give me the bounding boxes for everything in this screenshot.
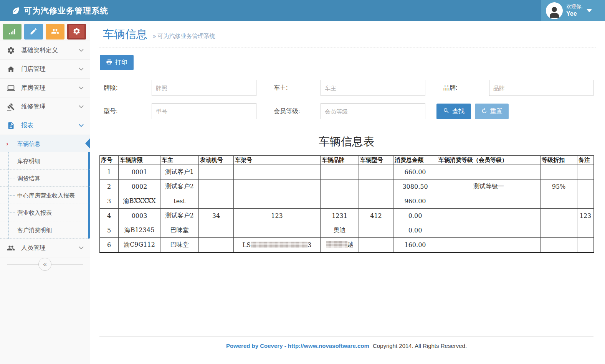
- submenu-item-customer-consumption[interactable]: 客户消费明细: [0, 221, 90, 239]
- table-cell: 测试客户2: [160, 209, 199, 223]
- table-cell: [359, 194, 393, 209]
- table-cell: 660.00: [393, 165, 437, 180]
- sidebar-collapse-row: «: [0, 257, 90, 271]
- print-button[interactable]: 打印: [100, 55, 134, 70]
- table-header-cell: 车辆消费等级（会员等级）: [437, 156, 541, 165]
- member-level-input[interactable]: [321, 103, 425, 119]
- table-cell: 412: [359, 209, 393, 223]
- table-cell: [577, 238, 594, 252]
- table-header-row: 序号车辆牌照车主发动机号车架号车辆品牌车辆型号消费总金额车辆消费等级（会员等级）…: [100, 156, 594, 165]
- brand-input[interactable]: [489, 80, 593, 96]
- submenu-item-vehicle-info[interactable]: › 车辆信息: [0, 135, 90, 152]
- printer-icon: [106, 59, 112, 67]
- chevron-down-icon: [79, 246, 84, 249]
- table-cell: [199, 180, 234, 194]
- table-header-cell: 车主: [160, 156, 199, 165]
- table-cell: 巴味堂: [160, 238, 199, 252]
- table-cell: [577, 165, 594, 180]
- leaf-logo-icon: [11, 6, 21, 16]
- welcome-block: 欢迎你, Yee: [566, 3, 583, 17]
- submenu-item-transfer-settlement[interactable]: 调货结算: [0, 170, 90, 187]
- table-cell: 4: [100, 209, 119, 223]
- model-input[interactable]: [152, 103, 256, 119]
- owner-label: 车主:: [274, 80, 288, 96]
- table-cell: 测试等级一: [437, 180, 541, 194]
- table-row: 5海B12345巴味堂奥迪0.00: [100, 223, 594, 238]
- shortcut-settings-button[interactable]: [67, 24, 86, 40]
- search-button[interactable]: 查找: [436, 104, 471, 119]
- table-cell: [359, 180, 393, 194]
- menu-label: 维修管理: [21, 103, 79, 111]
- table-cell: 0001: [119, 165, 160, 180]
- table-row: 3渝BXXXXXtest960.00: [100, 194, 594, 209]
- chevron-down-icon: [79, 86, 84, 89]
- table-cell: [359, 238, 393, 252]
- active-flag-icon: [85, 138, 90, 148]
- vehicle-table: 序号车辆牌照车主发动机号车架号车辆品牌车辆型号消费总金额车辆消费等级（会员等级）…: [99, 155, 594, 253]
- table-cell: [321, 180, 359, 194]
- table-cell: [577, 223, 594, 238]
- table-cell: [577, 194, 594, 209]
- breadcrumb: » 可为汽修业务管理系统: [153, 33, 215, 40]
- table-header-cell: 等级折扣: [541, 156, 577, 165]
- table-cell: [437, 238, 541, 252]
- submenu-label: 调货结算: [17, 175, 40, 181]
- license-input[interactable]: [152, 80, 256, 96]
- footer-copyright: Copyright 2014. All Rights Reserved.: [373, 343, 467, 349]
- menu-label: 报表: [21, 122, 79, 130]
- table-cell: 3: [100, 194, 119, 209]
- table-cell: 3080.50: [393, 180, 437, 194]
- menu-item-warehouse[interactable]: 库房管理: [0, 79, 90, 97]
- owner-input[interactable]: [321, 80, 425, 96]
- reports-submenu: › 车辆信息 库存明细 调货结算 中心库房营业收入报表 营业收入报表 客户消费: [0, 135, 90, 239]
- main-content: 车辆信息 » 可为汽修业务管理系统 打印 牌照: 车主: 品牌: 型号: 会员等…: [90, 21, 605, 364]
- menu-item-store[interactable]: 门店管理: [0, 60, 90, 79]
- sidebar-menu: 基础资料定义 门店管理 库房管理 维修管理 报表: [0, 41, 90, 271]
- footer: Powered by Coevery - http://www.novasoft…: [99, 343, 593, 349]
- shortcut-users-button[interactable]: [46, 24, 64, 40]
- menu-item-personnel[interactable]: 人员管理: [0, 239, 90, 257]
- table-cell: 越: [321, 238, 359, 252]
- pencil-icon: [30, 27, 38, 36]
- table-row: 6渝C9G112巴味堂LS3越160.00: [100, 238, 594, 252]
- table-header-cell: 车架号: [234, 156, 321, 165]
- shortcut-chart-button[interactable]: [3, 24, 21, 40]
- license-label: 牌照:: [104, 80, 117, 96]
- users-icon: [7, 244, 16, 252]
- table-cell: 0.00: [393, 223, 437, 238]
- menu-label: 库房管理: [21, 84, 79, 92]
- menu-item-repair[interactable]: 维修管理: [0, 97, 90, 116]
- gears-icon: [73, 27, 81, 36]
- submenu-item-revenue-report[interactable]: 营业收入报表: [0, 204, 90, 221]
- shortcut-edit-button[interactable]: [24, 24, 43, 40]
- table-cell: 960.00: [393, 194, 437, 209]
- avatar[interactable]: [546, 2, 563, 19]
- user-menu[interactable]: 欢迎你, Yee: [541, 0, 605, 21]
- chevron-down-icon: [79, 124, 84, 127]
- sidebar-shortcuts: [0, 21, 90, 41]
- top-header: 可为汽修业务管理系统 欢迎你, Yee: [0, 0, 605, 21]
- chevron-down-icon[interactable]: [587, 9, 592, 12]
- reset-button[interactable]: 重置: [475, 104, 509, 119]
- menu-item-basic-data[interactable]: 基础资料定义: [0, 41, 90, 60]
- table-row: 40003测试客户23412312314120.00123: [100, 209, 594, 223]
- menu-item-reports[interactable]: 报表: [0, 116, 90, 135]
- table-cell: [321, 165, 359, 180]
- username: Yee: [566, 10, 583, 18]
- table-cell: 6: [100, 238, 119, 252]
- table-cell: [234, 165, 321, 180]
- home-icon: [7, 65, 16, 73]
- chevron-down-icon: [79, 105, 84, 108]
- table-header-cell: 消费总金额: [393, 156, 437, 165]
- collapse-sidebar-button[interactable]: «: [38, 258, 51, 271]
- footer-link[interactable]: Powered by Coevery - http://www.novasoft…: [226, 343, 369, 349]
- submenu-item-central-warehouse-revenue[interactable]: 中心库房营业收入报表: [0, 187, 90, 204]
- table-header-cell: 车辆牌照: [119, 156, 160, 165]
- submenu-item-inventory-detail[interactable]: 库存明细: [0, 152, 90, 170]
- menu-label: 基础资料定义: [21, 46, 79, 54]
- footer-divider: [99, 336, 593, 337]
- bar-chart-icon: [8, 27, 16, 36]
- table-cell: 123: [234, 209, 321, 223]
- submenu-label: 客户消费明细: [17, 227, 52, 233]
- active-arrow-icon: ›: [6, 135, 8, 152]
